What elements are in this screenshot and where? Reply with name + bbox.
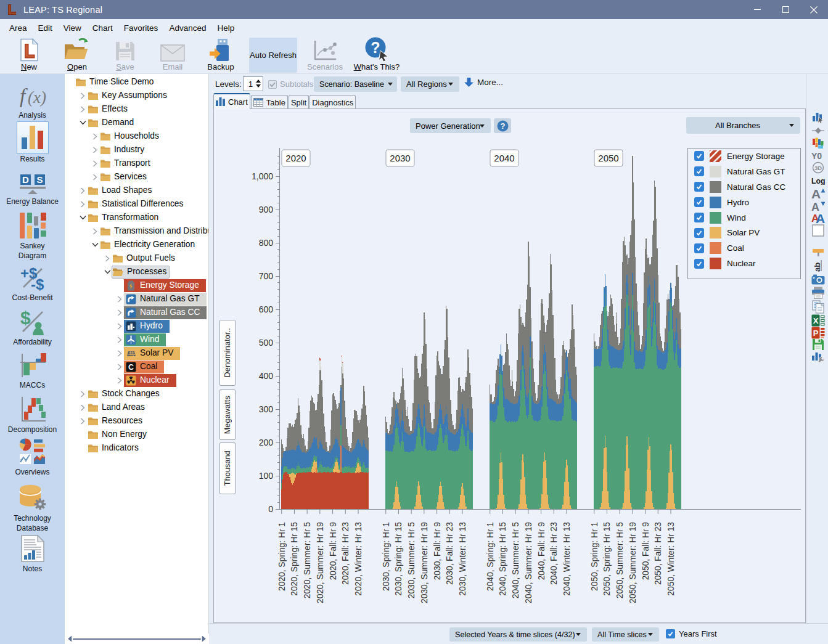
tree-item-wind[interactable]: Wind xyxy=(65,333,208,346)
tree-expander-icon[interactable] xyxy=(115,349,124,357)
three-d-icon[interactable]: 3D xyxy=(811,161,825,174)
close-button[interactable] xyxy=(800,0,828,19)
y-zero-icon[interactable]: Y0 xyxy=(811,150,825,162)
tab-chart[interactable]: Chart xyxy=(213,93,250,109)
marker-icon[interactable] xyxy=(811,124,825,137)
more-button[interactable]: More... xyxy=(464,77,503,88)
sidebar-item-affordability[interactable]: $Affordability xyxy=(0,308,65,347)
highlight-icon[interactable] xyxy=(811,247,825,259)
chart-settings-icon[interactable] xyxy=(811,350,825,362)
maximize-button[interactable] xyxy=(771,0,800,19)
tree-item-coal[interactable]: CCoal xyxy=(65,360,208,373)
tree-item-services[interactable]: Services xyxy=(65,170,208,184)
tree-expander-icon[interactable] xyxy=(78,105,87,113)
menu-edit[interactable]: Edit xyxy=(33,20,58,36)
powerpoint-icon[interactable]: P xyxy=(811,327,825,339)
tree-item-time-slice-demo[interactable]: Time Slice Demo xyxy=(65,75,208,89)
tree-item-households[interactable]: Households xyxy=(65,129,208,143)
minimize-button[interactable] xyxy=(743,0,771,19)
tree-expander-icon[interactable] xyxy=(91,173,99,181)
menu-area[interactable]: Area xyxy=(4,20,33,36)
tab-table[interactable]: Table xyxy=(251,95,288,109)
tab-split[interactable]: Split xyxy=(289,95,309,109)
tree-item-stock-changes[interactable]: Stock Changes xyxy=(65,387,208,401)
years-slices-dropdown[interactable]: Selected Years & time slices (4/32) xyxy=(449,627,587,642)
subtotals-checkbox[interactable]: Subtotals xyxy=(268,79,313,89)
tree-item-load-shapes[interactable]: Load Shapes xyxy=(65,184,208,197)
tree-expander-icon[interactable] xyxy=(91,132,99,141)
tree-item-natural-gas-cc[interactable]: Natural Gas CC xyxy=(65,306,208,319)
sidebar-item-cost-benefit[interactable]: +$-$Cost-Benefit xyxy=(0,265,65,303)
legend-checkbox[interactable] xyxy=(694,166,704,176)
tree-item-non-energy[interactable]: Non Energy xyxy=(65,428,208,441)
tree-expander-icon[interactable] xyxy=(78,213,87,222)
tree-horizontal-scrollbar[interactable] xyxy=(65,634,209,644)
legend-checkbox[interactable] xyxy=(694,182,704,192)
tree-item-transport[interactable]: Transport xyxy=(65,157,208,170)
tree-expander-icon[interactable] xyxy=(103,267,112,276)
tree-expander-icon[interactable] xyxy=(103,254,112,263)
sidebar-item-notes[interactable]: Notes xyxy=(0,535,65,574)
tree-item-nuclear[interactable]: Nuclear xyxy=(65,373,208,387)
log-icon[interactable]: Log xyxy=(811,174,825,187)
labels-icon[interactable]: ab xyxy=(811,259,825,272)
tab-diagnostics[interactable]: Diagnostics xyxy=(309,95,356,109)
legend-checkbox[interactable] xyxy=(694,243,704,253)
tree-item-effects[interactable]: Effects xyxy=(65,102,208,116)
scale-button[interactable]: Thousand xyxy=(219,442,236,494)
sidebar-item-technology-database[interactable]: TechnologyDatabase xyxy=(0,484,65,532)
tree-item-statistical-differences[interactable]: Statistical Differences xyxy=(65,197,208,211)
legend-checkbox[interactable] xyxy=(694,213,704,222)
tree-item-energy-storage[interactable]: Energy Storage xyxy=(65,279,208,292)
tree-item-land-areas[interactable]: Land Areas xyxy=(65,401,208,414)
open-button[interactable]: Open xyxy=(53,38,101,73)
sidebar-item-maccs[interactable]: MACCs xyxy=(0,353,65,390)
backup-button[interactable]: Backup xyxy=(197,38,245,73)
scenario-dropdown[interactable]: Scenario: Baseline xyxy=(314,76,397,92)
auto-refresh-button[interactable]: Auto Refresh xyxy=(249,38,297,73)
tree-expander-icon[interactable] xyxy=(91,159,99,168)
menu-help[interactable]: Help xyxy=(211,20,240,36)
print-icon[interactable] xyxy=(811,287,825,299)
spin-down-icon[interactable] xyxy=(256,84,261,88)
sidebar-item-energy-balance[interactable]: DSEnergy Balance xyxy=(0,174,65,206)
bg-color-icon[interactable] xyxy=(811,224,825,237)
sidebar-item-overviews[interactable]: Overviews xyxy=(0,438,65,477)
tree-expander-icon[interactable] xyxy=(78,417,87,425)
font-color-icon[interactable]: AA xyxy=(811,211,825,224)
sidebar-item-sankey-diagram[interactable]: SankeyDiagram xyxy=(0,212,65,260)
scrollbar-thumb[interactable] xyxy=(73,638,201,640)
tree-item-output-fuels[interactable]: Output Fuels xyxy=(65,251,208,265)
spin-up-icon[interactable] xyxy=(256,79,261,83)
tree-expander-icon[interactable] xyxy=(91,227,99,235)
menu-chart[interactable]: Chart xyxy=(87,20,118,36)
tree-item-industry[interactable]: Industry xyxy=(65,143,208,157)
excel-icon[interactable]: X xyxy=(811,314,825,327)
tree-expander-icon[interactable] xyxy=(78,91,87,100)
tree-expander-icon[interactable] xyxy=(115,335,124,344)
tree-expander-icon[interactable] xyxy=(78,389,87,398)
units-button[interactable]: Megawatts xyxy=(219,389,236,440)
tree-item-natural-gas-gt[interactable]: Natural Gas GT xyxy=(65,292,208,306)
tree-expander-icon[interactable] xyxy=(78,403,87,412)
tree-item-processes[interactable]: Processes xyxy=(65,265,208,279)
colors-icon[interactable] xyxy=(811,137,825,150)
new-button[interactable]: New xyxy=(5,38,53,73)
years-first-checkbox[interactable]: Years First xyxy=(666,629,717,638)
legend-checkbox[interactable] xyxy=(694,151,704,161)
menu-favorites[interactable]: Favorites xyxy=(118,20,164,36)
timeslices-dropdown[interactable]: All Time slices xyxy=(592,627,659,642)
tree-expander-icon[interactable] xyxy=(78,118,87,127)
snapshot-icon[interactable] xyxy=(811,273,825,285)
tree-expander-icon[interactable] xyxy=(115,362,124,371)
tree-expander-icon[interactable] xyxy=(91,240,99,249)
sidebar-item-results[interactable]: Results xyxy=(0,121,65,164)
save-chart-icon[interactable] xyxy=(811,338,825,351)
regions-dropdown[interactable]: All Regions xyxy=(401,76,459,92)
copy-icon[interactable] xyxy=(811,301,825,313)
menu-view[interactable]: View xyxy=(58,20,87,36)
tree-expander-icon[interactable] xyxy=(115,376,124,385)
font-smaller-icon[interactable]: A xyxy=(811,200,825,212)
scroll-right-arrow-icon[interactable] xyxy=(200,635,207,642)
legend-checkbox[interactable] xyxy=(694,197,704,207)
